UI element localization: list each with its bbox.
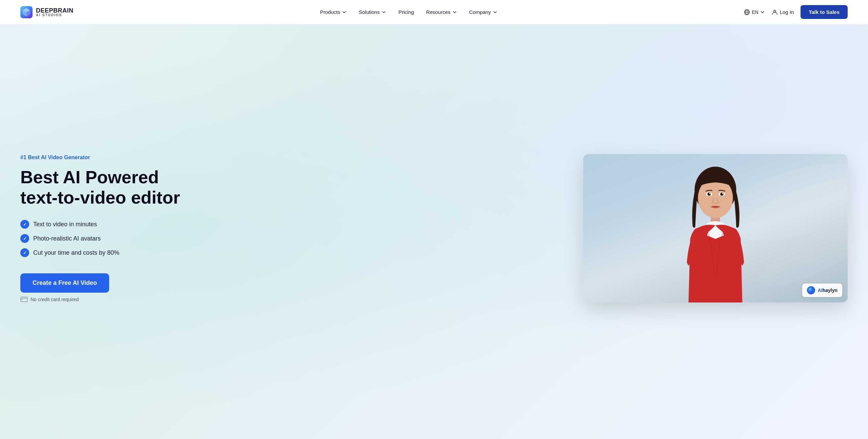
check-icon-3: [20, 248, 29, 257]
hero-cta: Create a Free AI Video No credit card re…: [20, 273, 217, 302]
svg-point-8: [774, 10, 776, 12]
feature-item-3: Cut your time and costs by 80%: [20, 248, 217, 257]
hero-visual: AIhaylyn: [217, 154, 848, 303]
svg-point-26: [808, 287, 814, 293]
chevron-down-icon: [342, 10, 347, 15]
navbar-actions: EN Log In Talk to Sales: [744, 5, 848, 19]
hero-title: Best AI Powered text-to-video editor: [20, 167, 217, 208]
avatar-label-text: AIhaylyn: [818, 288, 837, 293]
logo-deepbrain: DEEPBRAIN: [36, 7, 74, 14]
chevron-down-icon: [760, 10, 765, 15]
svg-point-24: [709, 193, 710, 194]
chevron-down-icon: [381, 10, 386, 15]
video-background: AIhaylyn: [583, 154, 848, 303]
nav-products[interactable]: Products: [320, 9, 347, 15]
check-icon-1: [20, 220, 29, 229]
create-free-video-button[interactable]: Create a Free AI Video: [20, 273, 109, 293]
globe-icon: [744, 9, 750, 15]
nav-pricing[interactable]: Pricing: [398, 9, 414, 15]
feature-item-2: Photo-realistic AI avatars: [20, 234, 217, 243]
nav-solutions[interactable]: Solutions: [359, 9, 386, 15]
user-icon: [772, 9, 778, 15]
nav-menu: Products Solutions Pricing Resources Com…: [320, 9, 497, 15]
svg-point-25: [722, 193, 723, 194]
hero-badge: #1 Best AI Video Generator: [20, 154, 217, 161]
avatar-brand-icon: [807, 286, 815, 294]
logo-text: DEEPBRAIN AI STUDIOS: [36, 7, 74, 17]
hero-content: #1 Best AI Video Generator Best AI Power…: [20, 154, 217, 302]
nav-company[interactable]: Company: [469, 9, 497, 15]
no-credit-card-note: No credit card required: [20, 297, 79, 302]
logo-aistudios: AI STUDIOS: [36, 14, 74, 17]
language-selector[interactable]: EN: [744, 9, 765, 15]
chevron-down-icon: [493, 10, 497, 15]
nav-resources[interactable]: Resources: [426, 9, 457, 15]
login-button[interactable]: Log In: [772, 9, 794, 15]
chevron-down-icon: [452, 10, 457, 15]
avatar-name-label: AIhaylyn: [802, 284, 842, 297]
check-icon-2: [20, 234, 29, 243]
logo-icon: [20, 6, 33, 18]
feature-item-1: Text to video in minutes: [20, 220, 217, 229]
video-frame: AIhaylyn: [583, 154, 848, 303]
hero-section: #1 Best AI Video Generator Best AI Power…: [0, 24, 868, 439]
hero-features-list: Text to video in minutes Photo-realistic…: [20, 220, 217, 257]
svg-rect-11: [21, 299, 23, 300]
credit-card-icon: [20, 297, 28, 302]
talk-to-sales-button[interactable]: Talk to Sales: [801, 5, 848, 19]
ai-avatar-svg: [643, 162, 788, 303]
navbar: DEEPBRAIN AI STUDIOS Products Solutions …: [0, 0, 868, 24]
logo[interactable]: DEEPBRAIN AI STUDIOS: [20, 6, 74, 18]
